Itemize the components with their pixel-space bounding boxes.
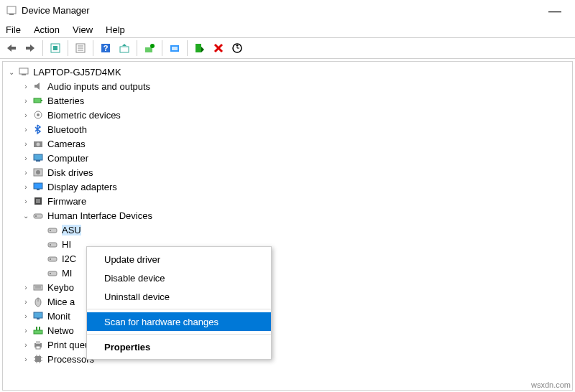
properties-button[interactable] [72,39,89,57]
expand-icon[interactable]: › [20,111,32,119]
expand-icon[interactable]: › [20,140,32,148]
svg-rect-31 [34,183,42,189]
svg-point-14 [150,44,155,48]
scan-button[interactable] [116,39,133,57]
svg-rect-51 [37,318,40,319]
mouse-icon [32,296,45,307]
expand-icon[interactable]: › [20,298,32,306]
tree-item-label: Cameras [47,139,86,149]
tree-item[interactable]: ›Biometric devices [3,108,572,122]
menu-scan-hardware[interactable]: Scan for hardware changes [87,312,271,331]
expand-icon[interactable]: › [20,97,32,105]
disk-icon [32,167,45,178]
expand-icon[interactable]: › [20,154,32,162]
tree-item-label: Biometric devices [47,110,121,121]
svg-rect-57 [36,346,40,349]
expand-icon[interactable]: › [20,169,32,177]
tree-item[interactable]: ›Firmware [3,194,572,208]
menu-file[interactable]: File [6,24,21,35]
svg-rect-44 [50,273,51,274]
menu-bar: File Action View Help [0,22,575,37]
menu-disable-device[interactable]: Disable device [87,269,271,287]
toolbar-separator [162,40,162,56]
tree-item[interactable]: ›Batteries [3,93,572,108]
tree-item[interactable]: ›Display adapters [3,179,572,194]
help-button[interactable]: ? [97,39,114,57]
svg-rect-39 [48,243,57,247]
svg-rect-50 [34,312,42,318]
back-button[interactable] [3,39,20,57]
expand-icon[interactable]: › [20,341,32,349]
svg-rect-21 [34,98,41,103]
svg-rect-43 [48,271,57,276]
expand-icon[interactable]: › [20,197,32,205]
tree-root[interactable]: ⌄ LAPTOP-GJ57D4MK [3,65,572,79]
menu-uninstall-device[interactable]: Uninstall device [87,287,271,306]
expand-icon[interactable]: › [20,126,32,134]
menu-update-driver[interactable]: Update driver [87,250,271,269]
svg-rect-17 [196,44,201,52]
svg-rect-12 [120,47,129,52]
expand-icon[interactable]: › [20,284,32,291]
tree-item-label: Keybo [47,282,74,293]
tree-item[interactable]: ›Computer [3,151,572,165]
camera-icon [32,138,45,149]
tree-item[interactable]: ASU [3,223,572,237]
expand-icon[interactable]: › [20,327,32,335]
minimize-button[interactable]: — [540,6,569,16]
tree-item[interactable]: ›Cameras [3,136,572,151]
show-hidden-button[interactable] [47,39,64,57]
svg-rect-27 [34,154,42,160]
keyboard-icon [32,281,45,293]
uninstall-button[interactable] [210,39,227,57]
expand-icon[interactable]: › [20,83,32,90]
expand-icon[interactable]: ⌄ [20,212,32,220]
tree-item-label: Netwo [47,325,74,336]
tree-item[interactable]: ›Audio inputs and outputs [3,79,572,93]
tree-item-label: I2C [62,253,76,264]
tree-item-label: Batteries [47,95,84,106]
menu-view[interactable]: View [73,24,93,35]
hidchild-icon [46,224,59,235]
svg-rect-54 [39,327,40,330]
svg-rect-0 [7,6,16,14]
context-menu: Update driver Disable device Uninstall d… [86,246,272,360]
expand-icon[interactable]: › [20,183,32,191]
disable-button[interactable] [191,39,208,57]
audio-icon [32,80,45,92]
svg-rect-1 [9,14,14,15]
computer-icon [17,66,30,78]
battery-icon [32,95,45,106]
svg-rect-41 [48,257,57,261]
menu-separator [87,334,271,335]
hid-icon [32,210,45,221]
scan-hardware-button[interactable] [229,39,246,57]
enable-button[interactable] [166,39,183,57]
print-icon [32,339,45,350]
hidchild-icon [46,238,59,250]
svg-rect-16 [172,47,178,50]
menu-help[interactable]: Help [106,24,125,35]
tree-item-label: ASU [62,225,81,235]
network-icon [32,325,45,336]
svg-rect-22 [41,100,42,101]
tree-item[interactable]: ⌄Human Interface Devices [3,208,572,223]
svg-point-24 [37,113,40,116]
tree-root-label: LAPTOP-GJ57D4MK [33,67,121,78]
expand-icon[interactable]: › [20,355,32,363]
svg-rect-58 [35,356,41,362]
title-bar: Device Manager — [0,0,575,22]
update-driver-button[interactable] [141,39,158,57]
tree-item-label: Display adapters [47,182,117,192]
svg-text:?: ? [104,44,109,52]
toolbar-separator [137,40,137,56]
tree-item[interactable]: ›Disk drives [3,165,572,179]
expand-icon[interactable]: › [20,312,32,320]
watermark: wsxdn.com [531,381,571,389]
tree-item[interactable]: ›Bluetooth [3,122,572,136]
expand-icon[interactable]: ⌄ [6,68,17,76]
tree-item-label: Firmware [47,196,86,207]
menu-action[interactable]: Action [34,24,60,35]
forward-button[interactable] [22,39,39,57]
menu-properties[interactable]: Properties [87,337,271,356]
